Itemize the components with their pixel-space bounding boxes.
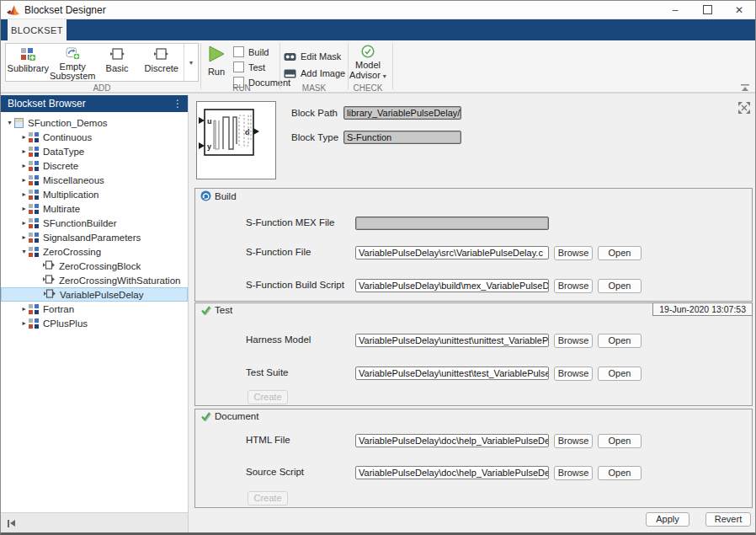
document-create-button[interactable]: Create: [248, 491, 288, 506]
model-advisor-icon: [361, 45, 375, 58]
tree-item-zerocrossingwithsaturation[interactable]: ZeroCrossingWithSaturation: [1, 273, 188, 287]
tree-item-fortran[interactable]: ▸Fortran: [1, 302, 188, 316]
sublib-icon: [29, 204, 39, 214]
tree-item-multiplication[interactable]: ▸Multiplication: [1, 187, 188, 201]
tree-item-variablepulsedelay[interactable]: VariablePulseDelay: [1, 287, 188, 302]
collapse-panel-icon[interactable]: [8, 520, 15, 527]
field-label: S-Function MEX File: [246, 217, 334, 227]
block-type-field: S-Function: [343, 131, 461, 144]
add-sublibrary-button[interactable]: Sublibrary: [6, 44, 51, 81]
open-button[interactable]: Open: [598, 434, 642, 448]
tree-item-sfunction_demos[interactable]: ▾SFunction_Demos: [1, 115, 188, 130]
add-image-icon: [284, 69, 296, 78]
test-checkbox[interactable]: [233, 62, 244, 72]
toolstrip-tab-row: BLOCKSET: [1, 19, 755, 40]
tree-expander-icon[interactable]: ▸: [19, 147, 29, 155]
tree-expander-icon[interactable]: ▸: [19, 133, 29, 141]
test-create-row: Create: [195, 390, 752, 404]
tree-expander-icon[interactable]: ▸: [19, 319, 29, 327]
empty-subsystem-icon: [65, 47, 81, 60]
tree-item-datatype[interactable]: ▸DataType: [1, 144, 188, 158]
s-function-file-field[interactable]: VariablePulseDelay\src\VariablePulseDela…: [355, 246, 549, 259]
tree-expander-icon[interactable]: ▸: [19, 176, 29, 184]
document-section: DocumentHTML FileVariablePulseDelay\doc\…: [194, 409, 753, 508]
sublib-icon: [29, 218, 39, 228]
add-empty-subsystem-button[interactable]: Empty Subsystem: [51, 44, 95, 81]
browse-button[interactable]: Browse: [554, 279, 593, 293]
blockset-browser-title: Blockset Browser: [8, 98, 86, 110]
mask-group: Edit Mask Add Image: [284, 48, 345, 82]
browse-button[interactable]: Browse: [554, 334, 593, 348]
tree-item-discrete[interactable]: ▸Discrete: [1, 158, 188, 173]
tree-expander-icon[interactable]: ▸: [19, 205, 29, 212]
test-section-header: Test: [200, 305, 232, 315]
s-function-build-script-field[interactable]: VariablePulseDelay\build\mex_VariablePul…: [355, 279, 549, 292]
sublib-icon: [29, 247, 39, 257]
tree-item-cplusplus[interactable]: ▸CPlusPlus: [1, 316, 188, 330]
tab-blockset[interactable]: BLOCKSET: [8, 19, 67, 40]
test-checkbox-row[interactable]: Test: [233, 60, 290, 74]
document-row-1: Source ScriptVariablePulseDelay\doc\help…: [195, 466, 752, 480]
block-detail-panel: u y d Block Path library_VariablePulseDe…: [193, 95, 756, 533]
panel-menu-icon[interactable]: ⋮: [173, 95, 183, 112]
tree-item-zerocrossing[interactable]: ▾ZeroCrossing: [1, 244, 188, 259]
sublib-icon: [29, 304, 39, 314]
tree-expander-icon[interactable]: ▸: [19, 219, 29, 227]
tree-item-label: DataType: [43, 147, 84, 157]
collapse-ribbon-icon[interactable]: [740, 84, 750, 92]
expand-panel-icon[interactable]: [738, 102, 750, 114]
maximize-button[interactable]: [691, 1, 723, 19]
block-icon: [43, 275, 55, 286]
add-basic-button[interactable]: Basic: [95, 44, 140, 81]
tree-item-label: SignalsandParameters: [43, 233, 141, 243]
build-checkbox-row[interactable]: Build: [233, 45, 290, 59]
check-group-label: CHECK: [346, 83, 390, 93]
add-image-button[interactable]: Add Image: [284, 65, 345, 82]
tree-item-miscellaneous[interactable]: ▸Miscellaneous: [1, 173, 188, 187]
tree-item-continuous[interactable]: ▸Continuous: [1, 130, 188, 144]
tree-item-label: CPlusPlus: [43, 318, 88, 329]
source-script-field[interactable]: VariablePulseDelay\doc\help_VariablePuls…: [355, 466, 549, 479]
open-button[interactable]: Open: [598, 466, 642, 480]
tree-item-sfunctionbuilder[interactable]: ▸SFunctionBuilder: [1, 216, 188, 230]
tree-item-label: SFunction_Demos: [28, 118, 108, 128]
open-button[interactable]: Open: [598, 279, 642, 293]
close-button[interactable]: ✕: [723, 1, 755, 19]
tree-expander-icon[interactable]: ▸: [19, 162, 29, 169]
open-button[interactable]: Open: [598, 246, 642, 260]
tree-item-label: Continuous: [43, 132, 92, 142]
tree-expander-icon[interactable]: ▸: [19, 190, 29, 198]
run-group-label: RUN: [203, 83, 280, 93]
build-status-icon: [200, 190, 211, 201]
tree-expander-icon[interactable]: ▸: [19, 233, 29, 241]
build-checkbox[interactable]: [233, 46, 244, 57]
test-create-button[interactable]: Create: [248, 390, 288, 404]
browse-button[interactable]: Browse: [554, 466, 593, 480]
add-discrete-button[interactable]: Discrete: [139, 44, 184, 81]
tree-expander-icon[interactable]: ▸: [19, 305, 29, 313]
tree-item-multirate[interactable]: ▸Multirate: [1, 201, 188, 216]
html-file-field[interactable]: VariablePulseDelay\doc\help_VariablePuls…: [355, 434, 549, 447]
harness-model-field[interactable]: VariablePulseDelay\unittest\unittest_Var…: [355, 334, 549, 347]
blockset-browser-panel: Blockset Browser ⋮ ▾SFunction_Demos▸Cont…: [1, 95, 188, 533]
minimize-button[interactable]: –: [659, 1, 691, 19]
tree-expander-icon[interactable]: ▾: [5, 119, 14, 126]
open-button[interactable]: Open: [598, 366, 642, 381]
model-advisor-button[interactable]: Model Advisor ▾: [349, 45, 386, 82]
edit-mask-button[interactable]: Edit Mask: [284, 48, 345, 65]
tree-item-signalsandparameters[interactable]: ▸SignalsandParameters: [1, 230, 188, 244]
open-button[interactable]: Open: [598, 334, 642, 348]
browse-button[interactable]: Browse: [554, 366, 593, 381]
tree-item-zerocrossingblock[interactable]: ZeroCrossingBlock: [1, 259, 188, 273]
tree-item-label: ZeroCrossing: [43, 247, 101, 257]
add-gallery-dropdown[interactable]: ▾: [184, 44, 198, 81]
apply-button[interactable]: Apply: [646, 512, 689, 527]
run-button[interactable]: Run: [204, 45, 229, 77]
revert-button[interactable]: Revert: [705, 512, 751, 527]
tree-item-label: ZeroCrossingBlock: [59, 261, 141, 271]
browse-button[interactable]: Browse: [554, 246, 593, 260]
browse-button[interactable]: Browse: [554, 434, 593, 448]
test-section-title: Test: [215, 305, 232, 315]
tree-expander-icon[interactable]: ▾: [19, 248, 29, 255]
test-suite-field[interactable]: VariablePulseDelay\unittest\test_Variabl…: [355, 366, 549, 380]
